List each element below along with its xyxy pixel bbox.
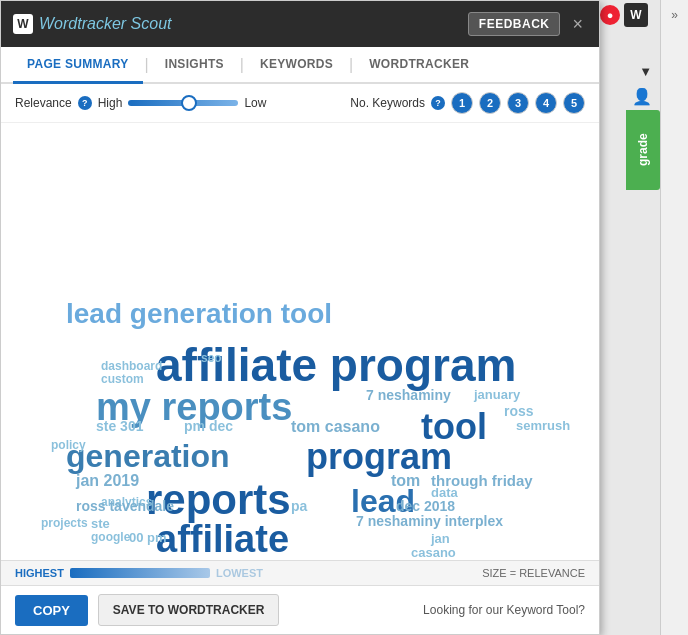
copy-button[interactable]: COPY [15, 595, 88, 626]
word-cloud: lead generation toolaffiliate programmy … [1, 123, 599, 560]
word-35[interactable]: projects [41, 516, 88, 530]
word-42[interactable]: policy [51, 438, 86, 452]
tab-separator-3: | [349, 56, 353, 74]
upgrade-button[interactable]: grade [626, 110, 660, 190]
word-46[interactable]: 7 neshaminy [366, 387, 451, 403]
word-39[interactable]: tom casano [291, 418, 380, 436]
relevance-slider-container [128, 100, 238, 106]
word-29[interactable]: tom [391, 472, 420, 490]
keywords-btn-5[interactable]: 5 [563, 92, 585, 114]
relevance-help-icon[interactable]: ? [78, 96, 92, 110]
tab-separator-2: | [240, 56, 244, 74]
word-0[interactable]: lead generation tool [66, 298, 332, 330]
word-38[interactable]: 00 pm [129, 530, 167, 545]
legend-size-label: SIZE = RELEVANCE [482, 567, 585, 579]
high-label: High [98, 96, 123, 110]
word-41[interactable]: ste 301 [96, 418, 143, 434]
keywords-btn-1[interactable]: 1 [451, 92, 473, 114]
word-45[interactable]: seo [201, 351, 222, 365]
word-34[interactable]: ross tavendale [76, 498, 174, 514]
relevance-slider-track [128, 100, 238, 106]
feedback-button[interactable]: FEEDBACK [468, 12, 561, 36]
keyword-tool-promo: Looking for our Keyword Tool? [423, 603, 585, 617]
close-button[interactable]: × [568, 14, 587, 35]
word-30[interactable]: through friday [431, 472, 533, 489]
word-49[interactable]: semrush [516, 418, 570, 433]
tab-bar: PAGE SUMMARY | INSIGHTS | KEYWORDS | WOR… [1, 47, 599, 84]
keywords-help-icon[interactable]: ? [431, 96, 445, 110]
keywords-btn-2[interactable]: 2 [479, 92, 501, 114]
word-31[interactable]: pa [291, 498, 307, 514]
keywords-label: No. Keywords [350, 96, 425, 110]
word-1[interactable]: affiliate program [156, 338, 516, 392]
word-21[interactable]: casano [411, 545, 456, 560]
keywords-control: No. Keywords ? 1 2 3 4 5 [350, 92, 585, 114]
sidebar-action-icons: ▼ 👤 [628, 62, 660, 108]
word-36[interactable]: ste [91, 516, 110, 531]
word-43[interactable]: dashboard [101, 359, 162, 373]
tab-insights[interactable]: INSIGHTS [151, 47, 238, 84]
word-9[interactable]: lead generation [171, 558, 393, 560]
collapse-icon[interactable]: » [671, 8, 678, 22]
extension-icon-4[interactable]: ● [600, 5, 620, 25]
word-8[interactable]: affiliate [156, 518, 289, 560]
keywords-btn-4[interactable]: 4 [535, 92, 557, 114]
bottom-bar: COPY SAVE TO WORDTRACKER Looking for our… [1, 585, 599, 634]
word-20[interactable]: jan [431, 531, 450, 546]
relevance-control: Relevance ? High Low [15, 96, 266, 110]
word-40[interactable]: pm dec [184, 418, 233, 434]
legend-lowest: LOWEST [216, 567, 263, 579]
word-48[interactable]: ross [504, 403, 534, 419]
save-to-wordtracker-button[interactable]: SAVE TO WORDTRACKER [98, 594, 280, 626]
word-4[interactable]: generation [66, 438, 230, 475]
logo: W Wordtracker Scout [13, 14, 172, 34]
profile-icon[interactable]: 👤 [628, 85, 656, 108]
relevance-slider-thumb[interactable] [181, 95, 197, 111]
legend-highest: HIGHEST [15, 567, 64, 579]
tab-wordtracker[interactable]: WORDTRACKER [355, 47, 483, 84]
legend-bar: HIGHEST LOWEST SIZE = RELEVANCE [1, 560, 599, 585]
relevance-label: Relevance [15, 96, 72, 110]
word-47[interactable]: january [474, 387, 520, 402]
wordtracker-extension-icon[interactable]: W [624, 3, 648, 27]
low-label: Low [244, 96, 266, 110]
legend-bar-track [70, 568, 210, 578]
word-22[interactable]: 7 neshaminy interplex [356, 513, 503, 529]
tab-keywords[interactable]: KEYWORDS [246, 47, 347, 84]
controls-bar: Relevance ? High Low No. Keywords ? 1 2 … [1, 84, 599, 123]
word-33[interactable]: jan 2019 [76, 472, 139, 490]
tab-page-summary[interactable]: PAGE SUMMARY [13, 47, 143, 84]
right-sidebar: » [660, 0, 688, 635]
panel-header: W Wordtracker Scout FEEDBACK × [1, 1, 599, 47]
main-panel: W Wordtracker Scout FEEDBACK × PAGE SUMM… [0, 0, 600, 635]
keywords-btn-3[interactable]: 3 [507, 92, 529, 114]
word-27[interactable]: dec 2018 [396, 498, 455, 514]
logo-icon: W [13, 14, 33, 34]
word-44[interactable]: custom [101, 372, 144, 386]
word-37[interactable]: google [91, 530, 130, 544]
logo-text: Wordtracker Scout [39, 15, 172, 33]
account-menu[interactable]: ▼ [635, 62, 656, 81]
tab-separator-1: | [145, 56, 149, 74]
